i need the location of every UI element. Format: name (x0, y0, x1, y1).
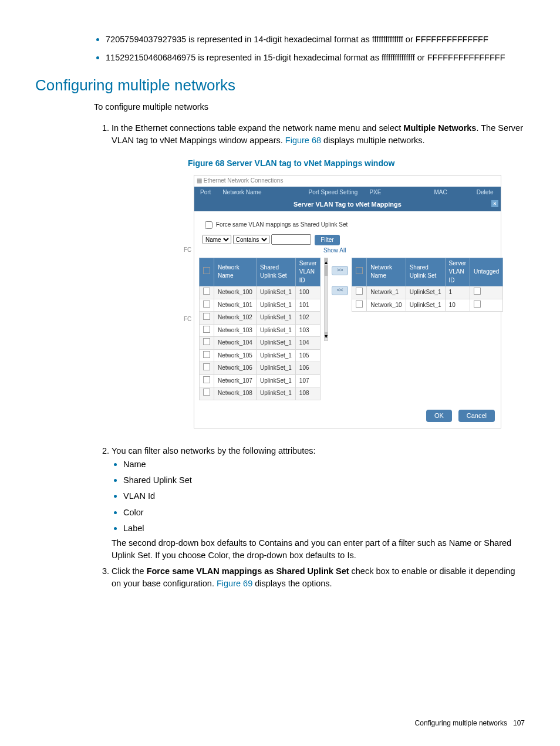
filter-value-input[interactable] (271, 234, 311, 245)
lead-text: To configure multiple networks (94, 101, 525, 113)
step-3: Click the Force same VLAN mappings as Sh… (112, 565, 525, 590)
figure-68-screenshot: FC FC ▦ Ethernet Network Connections Por… (194, 175, 501, 428)
attr-color: Color (123, 505, 525, 519)
figure-68-link[interactable]: Figure 68 (285, 136, 321, 145)
table-row[interactable]: Network_102UplinkSet_1102 (200, 312, 321, 325)
figure-69-link[interactable]: Figure 69 (217, 579, 252, 588)
step3-bold: Force same VLAN mappings as Shared Uplin… (147, 566, 349, 576)
table-row[interactable]: Network_105UplinkSet_1105 (200, 349, 321, 362)
step-2: You can filter also networks by the foll… (112, 445, 525, 561)
crumb-fc-bot: FC (184, 315, 191, 324)
step3-pre: Click the (112, 566, 147, 576)
selected-networks-table: Network Name Shared Uplink Set Server VL… (352, 258, 503, 312)
tab-network-name[interactable]: Network Name (217, 187, 267, 199)
table-row[interactable]: Network_108UplinkSet_1108 (200, 387, 321, 400)
top-tabs: Port Network Name Port Speed Setting PXE… (194, 187, 501, 199)
left-scrollbar[interactable]: ▴ ▾ (324, 258, 328, 341)
force-vlan-checkbox[interactable] (205, 221, 212, 229)
intro-bullet-2: 1152921504606846975 is represented in 15… (106, 50, 525, 64)
dialog-banner: Server VLAN Tag to vNet Mappings × (194, 198, 501, 211)
attr-vlan: VLAN Id (123, 489, 525, 502)
force-vlan-label: Force same VLAN mappings as Shared Uplin… (216, 221, 348, 228)
col-name-r[interactable]: Network Name (367, 258, 406, 286)
available-networks-table: Network Name Shared Uplink Set Server VL… (199, 258, 321, 400)
table-row[interactable]: Network_106UplinkSet_1106 (200, 362, 321, 375)
attr-name: Name (123, 457, 525, 471)
table-row[interactable]: Network_101UplinkSet_1101 (200, 299, 321, 312)
ok-button[interactable]: OK (426, 410, 452, 423)
tab-mac[interactable]: MAC (428, 187, 453, 199)
step-1: In the Ethernet connections table expand… (112, 122, 525, 429)
table-row[interactable]: Network_10UplinkSet_110 (352, 299, 503, 312)
col-sus[interactable]: Shared Uplink Set (256, 258, 295, 286)
step2-text: You can filter also networks by the foll… (112, 446, 316, 455)
step1-bold: Multiple Networks (403, 123, 476, 133)
crumb-fc-top: FC (184, 246, 191, 255)
remove-button[interactable]: << (332, 286, 348, 295)
show-all-link[interactable]: Show All (323, 247, 496, 255)
transfer-buttons: >> << (332, 266, 348, 295)
col-vlan[interactable]: Server VLAN ID (295, 258, 320, 286)
step1-pre: In the Ethernet connections table expand… (112, 123, 403, 133)
table-row[interactable]: Network_100UplinkSet_1100 (200, 286, 321, 299)
cancel-button[interactable]: Cancel (458, 410, 495, 423)
table-row[interactable]: Network_1UplinkSet_11 (352, 286, 503, 299)
intro-bullet-1: 72057594037927935 is represented in 14-d… (106, 32, 525, 46)
step2-tail: The second drop-down box defaults to Con… (112, 537, 525, 562)
filter-row: Name Contains Filter (203, 234, 496, 245)
intro-bullets: 72057594037927935 is represented in 14-d… (94, 32, 525, 64)
close-icon[interactable]: × (491, 200, 498, 207)
col-sus-r[interactable]: Shared Uplink Set (406, 258, 445, 286)
filter-attr-select[interactable]: Name (203, 235, 231, 244)
dialog-footer: OK Cancel (194, 406, 501, 428)
col-check[interactable] (200, 258, 214, 286)
step3-tail: displays the options. (252, 579, 332, 588)
col-name[interactable]: Network Name (214, 258, 257, 286)
window-title: ▦ Ethernet Network Connections (194, 175, 501, 187)
tab-delete[interactable]: Delete (471, 187, 500, 199)
figure-68-caption: Figure 68 Server VLAN tag to vNet Mappin… (188, 157, 525, 169)
filter-button[interactable]: Filter (315, 235, 339, 246)
steps-list: In the Ethernet connections table expand… (94, 122, 525, 590)
table-row[interactable]: Network_104UplinkSet_1104 (200, 337, 321, 350)
step1-tail: displays multiple networks. (321, 136, 425, 145)
col-check-r[interactable] (352, 258, 367, 286)
section-heading: Configuring multiple networks (35, 75, 525, 97)
filter-op-select[interactable]: Contains (233, 235, 269, 244)
attr-label: Label (123, 521, 525, 535)
col-vlan-r[interactable]: Server VLAN ID (445, 258, 470, 286)
force-checkbox-row: Force same VLAN mappings as Shared Uplin… (203, 220, 496, 231)
col-untagged[interactable]: Untagged (470, 258, 503, 286)
tab-port[interactable]: Port (194, 187, 217, 199)
tab-pxe[interactable]: PXE (363, 187, 387, 199)
attr-sus: Shared Uplink Set (123, 473, 525, 487)
add-button[interactable]: >> (332, 266, 348, 275)
table-row[interactable]: Network_107UplinkSet_1107 (200, 374, 321, 387)
tab-port-speed[interactable]: Port Speed Setting (302, 187, 363, 199)
filter-attributes-list: Name Shared Uplink Set VLAN Id Color Lab… (112, 457, 525, 534)
table-row[interactable]: Network_103UplinkSet_1103 (200, 324, 321, 337)
